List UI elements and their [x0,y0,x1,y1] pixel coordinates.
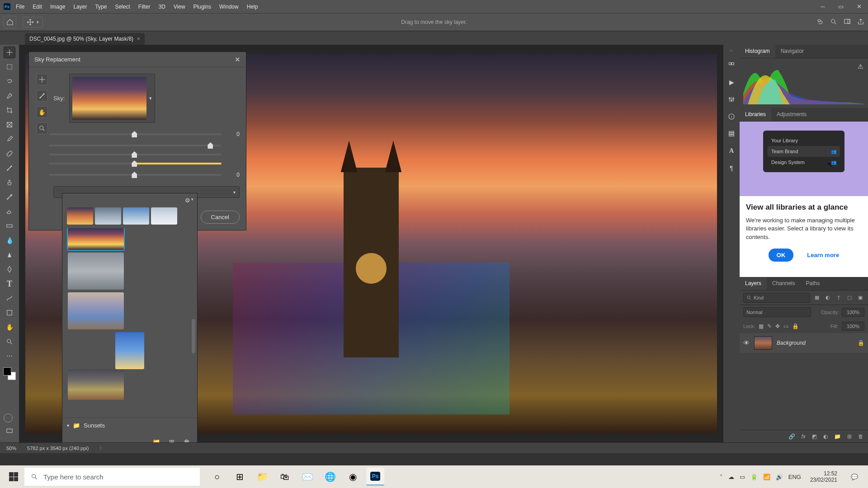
screen-mode-button[interactable] [4,425,15,437]
delete-preset-icon[interactable]: 🗑 [184,438,190,442]
tool-brush[interactable] [4,162,15,174]
slider-brightness[interactable] [49,154,222,155]
tab-layers[interactable]: Layers [740,277,767,290]
menu-image[interactable]: Image [50,4,65,10]
cancel-button[interactable]: Cancel [201,211,240,224]
taskbar-search-input[interactable]: Type here to search [24,468,200,486]
status-flyout-icon[interactable]: 〉 [99,445,104,451]
foreground-color-swatch[interactable] [3,367,11,375]
link-layers-icon[interactable]: 🔗 [788,433,795,440]
maximize-button[interactable]: ▭ [832,0,850,13]
foreground-background-swatch[interactable] [3,367,16,380]
adjustment-layer-icon[interactable]: ◐ [823,433,828,440]
tab-navigator[interactable]: Navigator [775,45,809,58]
current-tool-indicator[interactable]: ▾ [23,17,43,28]
menu-file[interactable]: File [16,4,24,10]
tool-type[interactable]: T [4,278,15,290]
tab-histogram[interactable]: Histogram [740,45,775,58]
libraries-learn-link[interactable]: Learn more [807,252,839,258]
tool-zoom[interactable] [4,336,15,347]
blend-mode-dropdown[interactable]: Normal [743,307,811,317]
new-preset-icon[interactable]: ⊞ [169,438,175,442]
sky-preset-dropdown[interactable]: ▾ [69,74,155,123]
panel-icon-actions[interactable]: ▶ [726,77,736,87]
menu-type[interactable]: Type [95,4,107,10]
filter-shape-icon[interactable]: ▢ [845,294,854,302]
layer-row-background[interactable]: 👁 Background 🔒 [740,333,868,353]
preset-scrollbar[interactable] [192,228,196,418]
taskbar-taskview-icon[interactable]: ⊞ [231,468,249,486]
visibility-toggle-icon[interactable]: 👁 [743,339,750,347]
new-group-icon[interactable]: 📁 [834,433,841,440]
share-icon[interactable] [857,18,864,27]
panel-icon-styles[interactable] [726,129,736,139]
preset-list[interactable] [62,228,197,418]
menu-select[interactable]: Select [115,4,130,10]
fill-field[interactable]: 100% [842,322,864,331]
tool-healing[interactable] [4,148,15,160]
recent-preset-thumb[interactable] [151,207,177,225]
lock-artboard-icon[interactable]: ▭ [783,323,788,329]
panel-icon-character[interactable]: A [726,146,736,156]
tray-meet-now-icon[interactable]: ▭ [740,474,745,480]
tool-dodge[interactable] [4,249,15,261]
tool-eyedropper[interactable] [4,133,15,145]
lock-pixels-icon[interactable]: ✎ [767,323,772,329]
layer-thumbnail[interactable] [754,336,772,350]
document-tab[interactable]: DSC_0045.jpg @ 50% (Sky, Layer Mask/8) × [25,33,145,45]
libraries-ok-button[interactable]: OK [769,249,794,262]
workspace-icon[interactable] [844,18,851,27]
taskbar-mail-icon[interactable]: ✉️ [298,468,316,486]
tool-gradient[interactable] [4,220,15,232]
recent-preset-thumb[interactable] [123,207,149,225]
layer-lock-icon[interactable]: 🔒 [858,340,864,346]
tool-more[interactable]: ⋯ [4,350,15,362]
sky-hand-tool[interactable]: ✋ [36,106,48,118]
taskbar-chrome-icon[interactable]: ◉ [344,468,362,486]
menu-help[interactable]: Help [247,4,258,10]
preset-folder-row[interactable]: ▾ 📁 Sunsets [62,418,197,433]
preset-thumb[interactable] [68,369,124,400]
zoom-level[interactable]: 50% [6,446,16,451]
menu-window[interactable]: Window [219,4,239,10]
lock-position-icon[interactable]: ✥ [775,323,780,329]
filter-smart-icon[interactable]: ▣ [856,294,864,302]
preset-thumb[interactable] [68,292,124,329]
slider-temperature[interactable] [49,163,222,164]
tool-quick-select[interactable] [4,90,15,102]
menu-filter[interactable]: Filter [138,4,151,10]
tray-clock[interactable]: 12:52 23/02/2021 [807,470,841,483]
menu-layer[interactable]: Layer [73,4,87,10]
document-dimensions[interactable]: 5782 px x 3540 px (240 ppi) [27,446,89,451]
tool-move[interactable] [4,47,15,58]
lock-all-icon[interactable]: 🔒 [792,323,799,329]
tray-volume-icon[interactable]: 🔊 [776,474,783,480]
tool-blur[interactable]: 💧 [4,235,15,246]
tool-marquee[interactable] [4,61,15,73]
slider-fade-edge[interactable] [49,145,222,146]
cloud-docs-icon[interactable] [816,18,824,27]
menu-3d[interactable]: 3D [158,4,165,10]
layer-mask-icon[interactable]: ◩ [812,433,817,440]
tool-pen[interactable] [4,263,15,275]
home-button[interactable] [4,16,16,28]
tab-paths[interactable]: Paths [801,277,826,290]
import-folder-icon[interactable]: 📁 [152,438,160,442]
layer-filter-kind-dropdown[interactable]: Kind [743,293,810,303]
taskbar-store-icon[interactable]: 🛍 [276,468,294,486]
sky-brush-tool[interactable] [36,90,48,102]
taskbar-explorer-icon[interactable]: 📁 [253,468,271,486]
taskbar-edge-icon[interactable]: 🌐 [321,468,339,486]
close-tab-icon[interactable]: × [137,36,140,42]
lock-transparent-icon[interactable]: ▦ [759,323,764,329]
tool-crop[interactable] [4,104,15,116]
scrollbar-thumb[interactable] [192,319,195,353]
filter-type-icon[interactable]: T [835,294,843,302]
tray-overflow-icon[interactable]: ˄ [720,474,723,480]
quick-mask-toggle[interactable] [4,413,13,422]
tool-eraser[interactable] [4,206,15,217]
slider-shift-edge[interactable] [49,133,222,135]
tray-notifications-icon[interactable]: 💬 [846,469,863,485]
histogram-warning-icon[interactable]: ⚠ [858,63,863,70]
tool-lasso[interactable] [4,75,15,87]
